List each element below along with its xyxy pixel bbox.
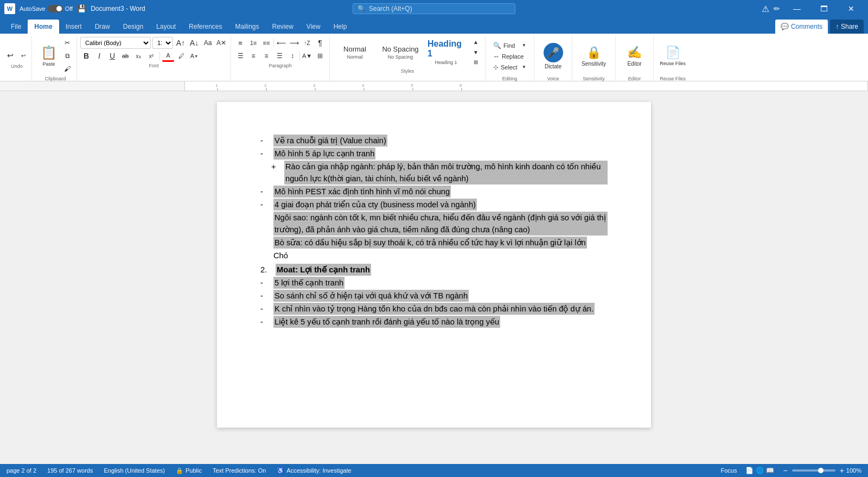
- sensitivity-button[interactable]: 🔒 Sensitivity: [582, 46, 606, 67]
- list-item-text: Mô hình PEST xác định tình hình vĩ mô nó…: [273, 186, 451, 198]
- document-content[interactable]: - Vẽ ra chuỗi giá trị (Value chain) - Mô…: [260, 135, 608, 328]
- shading-button[interactable]: A▼: [301, 50, 313, 62]
- tab-references[interactable]: References: [182, 20, 228, 34]
- font-group: Calibri (Body) 11 A↑ A↓ Aa A✕ B I U ab x…: [77, 36, 231, 82]
- undo-redo-row: ↩ ↩: [4, 49, 29, 61]
- superscript-button[interactable]: x²: [145, 50, 157, 62]
- share-button[interactable]: ↑ Share: [830, 20, 864, 34]
- web-layout-icon[interactable]: 🌐: [756, 467, 764, 474]
- select-dropdown[interactable]: ▼: [522, 65, 526, 69]
- read-mode-icon[interactable]: 📖: [766, 467, 774, 474]
- editing-group: 🔍 Find ▼ ↔ Replace ⊹ Select ▼ Editing: [486, 36, 534, 82]
- numbering-button[interactable]: 1≡: [247, 37, 259, 49]
- save-icon[interactable]: 💾: [77, 4, 86, 13]
- text-color-button[interactable]: A▼: [188, 50, 200, 62]
- font-family-select[interactable]: Calibri (Body): [80, 37, 151, 49]
- clear-formatting-button[interactable]: A✕: [215, 37, 227, 49]
- paste-button[interactable]: 📋 Paste: [37, 42, 60, 69]
- align-left-button[interactable]: ☰: [234, 50, 246, 62]
- accessibility-label: Accessibility: Investigate: [286, 467, 351, 474]
- subscript-button[interactable]: x₂: [132, 50, 144, 62]
- tab-mailings[interactable]: Mailings: [228, 20, 265, 34]
- zoom-in-button[interactable]: +: [840, 466, 844, 475]
- bullet-symbol: -: [260, 135, 269, 147]
- public-label: Public: [186, 467, 202, 474]
- style-heading1[interactable]: Heading 1 Heading 1: [424, 37, 468, 67]
- increase-indent-button[interactable]: ⟶: [288, 37, 300, 49]
- bold-button[interactable]: B: [80, 50, 92, 62]
- share-icon: ↑: [835, 23, 839, 30]
- underline-button[interactable]: U: [106, 50, 118, 62]
- borders-button[interactable]: ⊞: [314, 50, 326, 62]
- multilevel-button[interactable]: ≡≡: [260, 37, 272, 49]
- strikethrough-button[interactable]: ab: [119, 50, 131, 62]
- tab-insert[interactable]: Insert: [59, 20, 88, 34]
- editor-button[interactable]: ✍ Editor: [627, 46, 642, 67]
- styles-scroll-down[interactable]: ▼: [470, 47, 482, 58]
- document-area[interactable]: - Vẽ ra chuỗi giá trị (Value chain) - Mô…: [0, 91, 868, 464]
- reuse-button[interactable]: 📄 Reuse Files: [660, 46, 686, 66]
- tab-home[interactable]: Home: [28, 20, 59, 34]
- redo-button[interactable]: ↩: [17, 49, 29, 61]
- dictate-button[interactable]: 🎤: [544, 43, 563, 62]
- tab-layout[interactable]: Layout: [150, 20, 182, 34]
- minimize-button[interactable]: —: [784, 0, 809, 17]
- list-item-text: Rào cản gia nhập ngành: pháp lý, bản thâ…: [284, 161, 608, 185]
- styles-scroll-up[interactable]: ▲: [470, 37, 482, 47]
- center-button[interactable]: ≡: [247, 50, 259, 62]
- change-case-button[interactable]: Aa: [202, 37, 214, 49]
- decrease-indent-button[interactable]: ⟵: [275, 37, 287, 49]
- zoom-slider[interactable]: [792, 469, 835, 472]
- tab-view[interactable]: View: [300, 20, 327, 34]
- line-spacing-button[interactable]: ↕: [286, 50, 298, 62]
- style-normal-preview: Normal: [343, 45, 366, 53]
- align-right-button[interactable]: ≡: [260, 50, 272, 62]
- format-painter-button[interactable]: 🖌: [61, 63, 73, 75]
- list-item: - Vẽ ra chuỗi giá trị (Value chain): [260, 135, 608, 147]
- undo-button[interactable]: ↩: [4, 49, 16, 61]
- styles-expand[interactable]: ⊞: [470, 57, 482, 67]
- tab-file[interactable]: File: [4, 20, 28, 34]
- editor-group: ✍ Editor Editor: [616, 36, 654, 82]
- show-hide-button[interactable]: ¶: [314, 37, 326, 49]
- find-dropdown[interactable]: ▼: [522, 43, 526, 48]
- sort-button[interactable]: ↑Z: [301, 37, 313, 49]
- grow-font-button[interactable]: A↑: [175, 37, 187, 49]
- copy-button[interactable]: ⧉: [61, 50, 73, 62]
- zoom-out-button[interactable]: −: [783, 466, 787, 475]
- autosave-switch[interactable]: [48, 5, 63, 12]
- shrink-font-button[interactable]: A↓: [188, 37, 200, 49]
- select-icon: ⊹: [493, 63, 499, 71]
- tab-design[interactable]: Design: [117, 20, 150, 34]
- microphone-icon: 🎤: [547, 47, 559, 59]
- tab-help[interactable]: Help: [327, 20, 354, 34]
- tab-review[interactable]: Review: [266, 20, 300, 34]
- maximize-button[interactable]: 🗖: [812, 0, 837, 17]
- list-item: Chó: [273, 250, 608, 262]
- font-size-select[interactable]: 11: [152, 37, 173, 49]
- pen-icon[interactable]: ✏: [774, 4, 780, 13]
- style-no-spacing[interactable]: No Spacing No Spacing: [379, 37, 422, 67]
- cut-button[interactable]: ✂: [61, 37, 73, 49]
- window-controls: — 🗖 ✕: [784, 0, 864, 17]
- bullets-button[interactable]: ≡: [234, 37, 246, 49]
- font-row1: Calibri (Body) 11 A↑ A↓ Aa A✕: [80, 37, 227, 49]
- italic-button[interactable]: I: [93, 50, 105, 62]
- find-button[interactable]: 🔍 Find ▼: [489, 41, 531, 50]
- style-heading1-label: Heading 1: [435, 60, 457, 65]
- highlight-color-button[interactable]: 🖊: [175, 50, 187, 62]
- font-color-button[interactable]: A: [162, 50, 174, 62]
- shield-icon: 🔒: [176, 467, 183, 474]
- print-layout-icon[interactable]: 📄: [745, 467, 754, 474]
- select-button[interactable]: ⊹ Select ▼: [489, 62, 531, 72]
- search-box[interactable]: 🔍 Search (Alt+Q): [353, 3, 515, 14]
- autosave-toggle[interactable]: AutoSave Off: [20, 5, 73, 12]
- tab-draw[interactable]: Draw: [88, 20, 117, 34]
- voice-label: Voice: [547, 76, 559, 81]
- comments-button[interactable]: 💬 Comments: [775, 20, 828, 34]
- close-button[interactable]: ✕: [839, 0, 864, 17]
- replace-button[interactable]: ↔ Replace: [489, 52, 531, 61]
- justify-button[interactable]: ☰: [273, 50, 285, 62]
- document-page[interactable]: - Vẽ ra chuỗi giá trị (Value chain) - Mô…: [217, 102, 651, 428]
- style-normal[interactable]: Normal Normal: [333, 37, 376, 67]
